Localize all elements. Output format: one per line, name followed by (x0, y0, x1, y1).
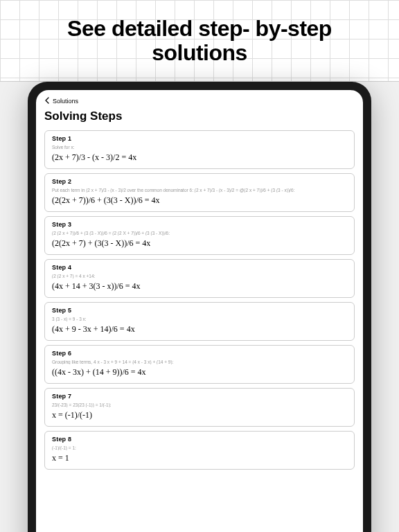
hero-title: See detailed step- by-step solutions (21, 17, 378, 65)
step-hint: 23/(-23) = 23(23 (-1)) = 1/(-1): (52, 402, 347, 407)
step-hint: (2 (2 x + 7) = 4 x +14: (52, 274, 347, 278)
step-hint: 3 (3 - x) = 9 - 3 x: (52, 317, 347, 321)
step-label: Step 5 (52, 307, 347, 314)
step-expression: x = 1 (52, 453, 347, 463)
page-title: Solving Steps (44, 109, 355, 123)
step-hint: (2 (2 x + 7))/6 + (3 (3 - X))/6 = (2 (2 … (52, 231, 347, 236)
hero-banner: See detailed step- by-step solutions (0, 0, 399, 82)
step-hint: Grouping like terms, 4 x - 3 x + 9 + 14 … (52, 360, 347, 364)
back-button[interactable]: Solutions (44, 97, 355, 105)
device-frame: Solutions Solving Steps Step 1 Solve for… (28, 82, 371, 532)
step-label: Step 8 (52, 436, 347, 443)
step-expression: (2(2x + 7))/6 + (3(3 - X))/6 = 4x (52, 195, 347, 206)
step-card: Step 8 (-1)/(-1) = 1: x = 1 (44, 431, 355, 470)
step-card: Step 7 23/(-23) = 23(23 (-1)) = 1/(-1): … (44, 388, 355, 427)
step-expression: (2x + 7)/3 - (x - 3)/2 = 4x (52, 152, 347, 163)
step-card: Step 5 3 (3 - x) = 9 - 3 x: (4x + 9 - 3x… (44, 302, 355, 341)
step-expression: ((4x - 3x) + (14 + 9))/6 = 4x (52, 367, 347, 378)
step-card: Step 6 Grouping like terms, 4 x - 3 x + … (44, 345, 355, 384)
step-expression: (4x + 9 - 3x + 14)/6 = 4x (52, 324, 347, 335)
step-hint: Put each term in (2 x + 7)/3 - (x - 3)/2… (52, 188, 347, 193)
chevron-left-icon (44, 97, 50, 105)
step-label: Step 1 (52, 135, 347, 142)
step-label: Step 7 (52, 393, 347, 400)
step-card: Step 4 (2 (2 x + 7) = 4 x +14: (4x + 14 … (44, 259, 355, 298)
back-label: Solutions (53, 98, 78, 105)
step-label: Step 4 (52, 264, 347, 271)
step-expression: (2(2x + 7) + (3(3 - X))/6 = 4x (52, 238, 347, 249)
step-expression: (4x + 14 + 3(3 - x))/6 = 4x (52, 281, 347, 292)
step-card: Step 2 Put each term in (2 x + 7)/3 - (x… (44, 173, 355, 212)
step-hint: (-1)/(-1) = 1: (52, 445, 347, 450)
step-hint: Solve for x: (52, 145, 347, 150)
app-screen: Solutions Solving Steps Step 1 Solve for… (36, 90, 363, 532)
step-card: Step 3 (2 (2 x + 7))/6 + (3 (3 - X))/6 =… (44, 216, 355, 255)
step-label: Step 2 (52, 178, 347, 185)
step-expression: x = (-1)/(-1) (52, 410, 347, 420)
step-label: Step 6 (52, 350, 347, 357)
step-card: Step 1 Solve for x: (2x + 7)/3 - (x - 3)… (44, 130, 355, 169)
step-label: Step 3 (52, 221, 347, 228)
